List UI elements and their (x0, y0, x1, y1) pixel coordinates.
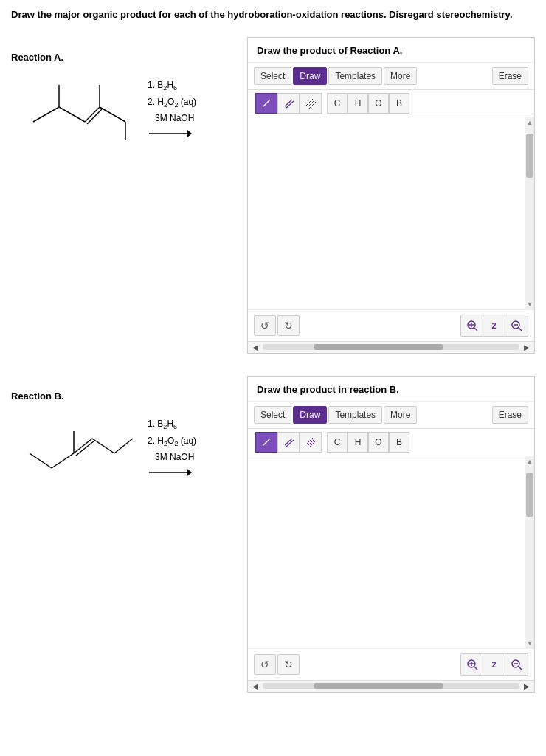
h-scroll-left-a[interactable]: ◀ (251, 343, 260, 351)
atom-h-b[interactable]: H (348, 432, 368, 453)
select-button-a[interactable]: Select (254, 67, 291, 85)
svg-line-15 (309, 102, 316, 109)
atom-b-a[interactable]: B (389, 93, 410, 114)
undo-button-a[interactable]: ↺ (254, 315, 276, 336)
zoom-out-b[interactable] (505, 654, 528, 675)
draw-box-a: Draw the product of Reaction A. Select D… (247, 37, 535, 354)
h-scroll-track-b[interactable] (263, 683, 519, 689)
svg-line-43 (519, 667, 522, 670)
h-scroll-a[interactable]: ◀ ▶ (248, 341, 534, 353)
reaction-b-molecule (11, 409, 144, 490)
atom-h-a[interactable]: H (348, 93, 368, 114)
triple-bond-a[interactable] (300, 93, 322, 114)
reaction-a-molecule (11, 70, 144, 151)
toolbar-a: Select Draw Templates More Erase (248, 63, 534, 90)
draw-box-b: Draw the product in reaction B. Select D… (247, 376, 535, 693)
more-button-b[interactable]: More (384, 406, 417, 424)
atom-o-b[interactable]: O (368, 432, 389, 453)
undo-button-b[interactable]: ↺ (254, 654, 276, 675)
svg-line-23 (30, 453, 52, 468)
erase-button-b[interactable]: Erase (492, 406, 528, 424)
single-bond-b[interactable] (255, 432, 277, 453)
zoom-tools-b: 2 (460, 653, 528, 676)
h-scroll-left-b[interactable]: ◀ (251, 682, 260, 690)
zoom-tools-a: 2 (460, 315, 528, 337)
svg-line-13 (306, 99, 313, 106)
reaction-b-section: Reaction B. 1. B2H6 2. H2O2 (aq) (11, 376, 535, 693)
svg-line-32 (263, 439, 270, 446)
canvas-area-a[interactable]: ▲ ▼ (248, 117, 534, 309)
bond-tools-a (255, 93, 322, 114)
redo-button-b[interactable]: ↻ (277, 654, 300, 675)
svg-line-28 (114, 439, 133, 453)
atom-b-b[interactable]: B (389, 432, 410, 453)
svg-line-24 (52, 453, 74, 468)
reaction-b-conditions: 1. B2H6 2. H2O2 (aq) 3M NaOH (148, 416, 196, 482)
bond-tools-b (255, 432, 322, 453)
svg-line-21 (519, 328, 522, 331)
zoom-fit-b[interactable]: 2 (483, 654, 505, 675)
svg-marker-31 (187, 469, 192, 476)
draw-button-b[interactable]: Draw (293, 406, 327, 424)
erase-button-a[interactable]: Erase (492, 67, 528, 85)
svg-line-37 (309, 441, 316, 447)
double-bond-a[interactable] (277, 93, 300, 114)
reaction-a-label: Reaction A. (11, 52, 63, 63)
svg-line-27 (92, 439, 114, 453)
h-scroll-right-a[interactable]: ▶ (522, 343, 531, 351)
svg-line-39 (474, 667, 477, 670)
canvas-area-b[interactable]: ▲ ▼ (248, 456, 534, 648)
reaction-b-molecule-area: 1. B2H6 2. H2O2 (aq) 3M NaOH (11, 409, 247, 490)
h-scroll-thumb-a (314, 344, 443, 350)
atom-c-b[interactable]: C (327, 432, 348, 453)
reaction-arrow-a (148, 126, 196, 143)
reaction-a-molecule-area: 1. B2H6 2. H2O2 (aq) 3M NaOH (11, 70, 247, 151)
svg-line-0 (33, 107, 59, 122)
h-scroll-thumb-b (314, 683, 443, 689)
scrollbar-v-b[interactable]: ▲ ▼ (525, 456, 534, 648)
reaction-b-label: Reaction B. (11, 391, 64, 402)
draw-box-a-title: Draw the product of Reaction A. (248, 38, 534, 63)
zoom-fit-a[interactable]: 2 (483, 315, 505, 336)
draw-box-b-title: Draw the product in reaction B. (248, 377, 534, 402)
zoom-in-b[interactable] (461, 654, 483, 675)
redo-button-a[interactable]: ↻ (277, 315, 300, 336)
svg-line-10 (263, 100, 270, 107)
zoom-in-a[interactable] (461, 315, 483, 336)
atom-tools-a: C H O B (327, 93, 410, 114)
tools-row-b: C H O B (248, 429, 534, 456)
templates-button-b[interactable]: Templates (328, 406, 382, 424)
h-scroll-right-b[interactable]: ▶ (522, 682, 531, 690)
zoom-out-a[interactable] (505, 315, 528, 336)
draw-button-a[interactable]: Draw (293, 67, 327, 85)
reaction-a-section: Reaction A. 1. B2H6 2 (11, 37, 535, 354)
reaction-a-left: Reaction A. 1. B2H6 2 (11, 37, 247, 151)
undo-redo-b: ↺ ↻ (254, 654, 300, 675)
svg-line-36 (308, 439, 314, 446)
double-bond-b[interactable] (277, 432, 300, 453)
atom-c-a[interactable]: C (327, 93, 348, 114)
single-bond-a[interactable] (255, 93, 277, 114)
svg-line-5 (100, 107, 125, 122)
svg-line-25 (74, 439, 92, 453)
svg-line-14 (308, 100, 314, 107)
h-scroll-track-a[interactable] (263, 344, 519, 350)
select-button-b[interactable]: Select (254, 406, 291, 424)
svg-marker-9 (187, 130, 192, 137)
svg-line-17 (474, 328, 477, 331)
atom-o-a[interactable]: O (368, 93, 389, 114)
scrollbar-v-a[interactable]: ▲ ▼ (525, 117, 534, 309)
svg-line-1 (59, 107, 85, 122)
h-scroll-b[interactable]: ◀ ▶ (248, 680, 534, 692)
undo-redo-a: ↺ ↻ (254, 315, 300, 336)
toolbar-b: Select Draw Templates More Erase (248, 402, 534, 429)
reaction-a-conditions: 1. B2H6 2. H2O2 (aq) 3M NaOH (148, 78, 196, 143)
reaction-b-left: Reaction B. 1. B2H6 2. H2O2 (aq) (11, 376, 247, 490)
svg-line-35 (306, 438, 313, 444)
triple-bond-b[interactable] (300, 432, 322, 453)
bottom-toolbar-a: ↺ ↻ 2 (248, 309, 534, 341)
atom-tools-b: C H O B (327, 432, 410, 453)
reaction-arrow-b (148, 465, 196, 482)
more-button-a[interactable]: More (384, 67, 417, 85)
templates-button-a[interactable]: Templates (328, 67, 382, 85)
